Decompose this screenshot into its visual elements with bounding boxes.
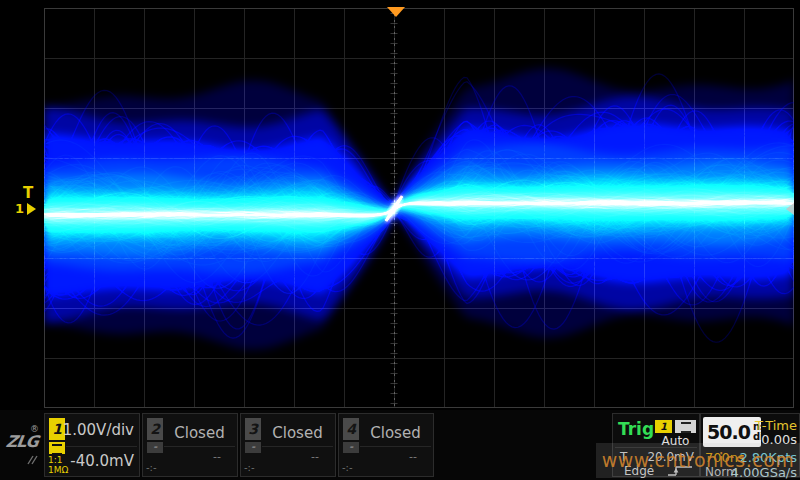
registered-mark: ® (30, 424, 39, 434)
memory-depth: 2.80Kpts (739, 450, 797, 465)
channel1-offset: -40.0mV (70, 452, 134, 470)
waveform-display-area[interactable] (44, 8, 794, 408)
channel1-scale: 1.00V/div (63, 421, 134, 439)
channel3-status: Closed (263, 424, 332, 442)
channel1-probe-ratio: 1:1 (48, 456, 62, 465)
timebase-value: 50.0 (707, 421, 750, 443)
trigger-position-marker[interactable] (387, 7, 405, 17)
channel2-block[interactable]: 2 - Closed -:- -- (142, 413, 238, 477)
brand-area: ZLG ® (0, 410, 44, 480)
trigger-level-right-icon[interactable] (786, 203, 794, 215)
channel4-badge: 4 (343, 418, 359, 440)
channel3-block[interactable]: 3 - Closed -:- -- (240, 413, 336, 477)
channel3-badge: 3 (245, 418, 261, 440)
channel4-placeholder-a: -:- (342, 462, 353, 473)
channel1-marker-label: 1 (15, 201, 24, 216)
status-bar: ZLG ® 1 1:1 1MΩ 1.00V/div -40.0mV 2 - Cl… (0, 410, 800, 480)
waveform-canvas (44, 8, 794, 408)
rising-edge-icon (667, 465, 693, 477)
channel4-coupling-icon: - (343, 442, 359, 453)
channel2-placeholder-b: -- (213, 450, 221, 463)
trigger-source-badge: 1 (655, 420, 672, 433)
oscilloscope-screen: T 1 ZLG ® 1 1:1 1MΩ 1.00V/div -40.0mV 2 (0, 0, 800, 480)
channel2-coupling-icon: - (147, 442, 163, 453)
hatch-icon (26, 454, 40, 466)
brand-logo: ZLG (5, 432, 40, 451)
channel3-placeholder-b: -- (311, 450, 319, 463)
channel1-impedance: 1MΩ (48, 466, 68, 475)
trigger-label: Trig (618, 419, 654, 439)
trigger-level-label: T (620, 450, 627, 464)
trigger-coupling-dc-icon (675, 420, 696, 433)
trigger-level-marker[interactable]: T (23, 184, 33, 202)
trigger-block[interactable]: Trig 1 Auto T 20.0mV Edge (612, 413, 700, 477)
channel2-status: Closed (165, 424, 234, 442)
channel4-block[interactable]: 4 - Closed -:- -- (338, 413, 434, 477)
t-time-value: 0.00s (761, 432, 797, 447)
timebase-box[interactable]: 50.0 ns/div (703, 417, 761, 447)
channel3-placeholder-a: -:- (244, 462, 255, 473)
trigger-level-value: 20.0mV (647, 450, 694, 464)
channel4-status: Closed (361, 424, 430, 442)
channel2-badge: 2 (147, 418, 163, 440)
channel3-coupling-icon: - (245, 442, 261, 453)
sample-rate: 4.00GSa/s (731, 465, 797, 480)
channel2-placeholder-a: -:- (146, 462, 157, 473)
channel1-block[interactable]: 1 1:1 1MΩ 1.00V/div -40.0mV (44, 413, 140, 477)
channel1-coupling-dc-icon (49, 442, 65, 454)
timebase-block[interactable]: 50.0 ns/div T-Time 0.00s 700ns 2.80Kpts … (700, 413, 800, 477)
channel1-arrow-icon (27, 203, 36, 215)
channel1-position-marker[interactable]: 1 (15, 201, 36, 216)
trigger-sweep-mode: Auto (655, 434, 696, 448)
trigger-type: Edge (624, 464, 654, 478)
t-time-label: T-Time (755, 418, 797, 433)
channel4-placeholder-b: -- (409, 450, 417, 463)
